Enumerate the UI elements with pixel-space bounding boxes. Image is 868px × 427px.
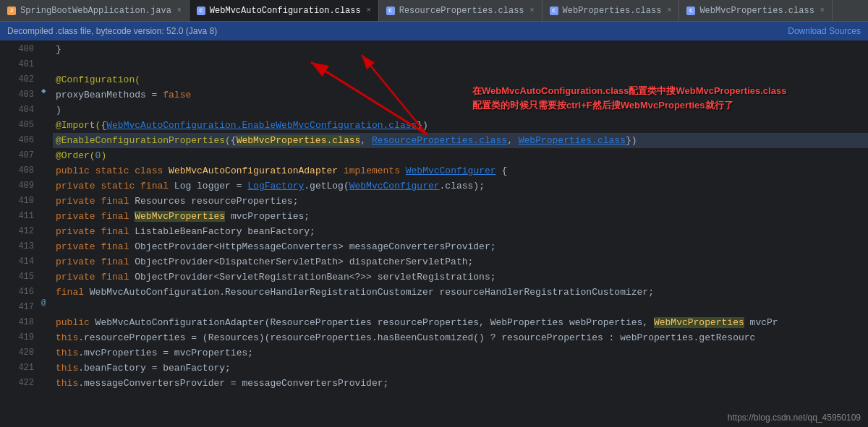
code-line-420: this.mvcProperties = mvcProperties; (53, 345, 868, 361)
tab-resource[interactable]: C ResourceProperties.class × (379, 0, 542, 21)
tab-webprops[interactable]: C WebProperties.class × (542, 0, 680, 21)
code-line-401 (53, 57, 868, 72)
gutter: ◆ @ (40, 40, 53, 427)
close-icon[interactable]: × (367, 7, 371, 14)
code-line-416: final WebMvcAutoConfiguration.ResourceHa… (53, 285, 868, 300)
code-line-400: } (53, 42, 868, 57)
tab-webmvc[interactable]: C WebMvcAutoConfiguration.class × (190, 0, 379, 21)
class-file-icon: C (686, 7, 695, 15)
code-line-410: private final Resources resourceProperti… (53, 194, 868, 209)
code-line-412: private final ListableBeanFactory beanFa… (53, 224, 868, 239)
tab-bar: J SpringBootWebApplication.java × C WebM… (0, 0, 868, 22)
close-icon[interactable]: × (177, 7, 182, 14)
class-file-icon: C (197, 7, 205, 15)
code-line-417 (53, 300, 868, 315)
java-file-icon: J (7, 7, 16, 15)
code-line-405: @Import({WebMvcAutoConfiguration.EnableW… (53, 118, 868, 133)
close-icon[interactable]: × (530, 7, 535, 14)
close-icon[interactable]: × (820, 7, 825, 14)
code-line-422: this.messageConvertersProvider = message… (53, 376, 868, 391)
gutter-marker-2: @ (41, 298, 46, 307)
tab-label: SpringBootWebApplication.java (20, 6, 171, 16)
class-file-icon: C (550, 7, 558, 15)
decompile-info: Decompiled .class file, bytecode version… (7, 26, 217, 36)
code-line-406: @EnableConfigurationProperties({WebMvcPr… (53, 133, 868, 148)
code-content: } @Configuration( proxyBeanMethods = fal… (53, 40, 868, 427)
code-line-421: this.beanFactory = beanFactory; (53, 361, 868, 376)
code-area: 400 401 402 403 404 405 406 407 408 409 … (0, 40, 868, 427)
tab-label: WebMvcProperties.class (699, 6, 814, 16)
tab-webmvcprops[interactable]: C WebMvcProperties.class × (679, 0, 832, 21)
code-line-407: @Order(0) (53, 148, 868, 163)
close-icon[interactable]: × (667, 7, 671, 14)
code-line-409: private static final Log logger = LogFac… (53, 178, 868, 194)
tab-springboot[interactable]: J SpringBootWebApplication.java × (0, 0, 190, 21)
tab-label: WebMvcAutoConfiguration.class (210, 6, 361, 16)
code-line-413: private final ObjectProvider<HttpMessage… (53, 239, 868, 254)
gutter-marker: ◆ (41, 86, 46, 95)
tab-label: WebProperties.class (563, 6, 662, 16)
code-line-414: private final ObjectProvider<DispatcherS… (53, 254, 868, 269)
info-bar: Decompiled .class file, bytecode version… (0, 22, 868, 40)
code-line-415: private final ObjectProvider<ServletRegi… (53, 269, 868, 285)
code-line-408: public static class WebMvcAutoConfigurat… (53, 163, 868, 178)
code-line-404: ) (53, 103, 868, 118)
class-file-icon: C (386, 7, 395, 15)
tab-label: ResourceProperties.class (399, 6, 524, 16)
code-line-419: this.resourceProperties = (Resources)(re… (53, 330, 868, 345)
code-line-402: @Configuration( (53, 72, 868, 87)
download-sources-link[interactable]: Download Sources (788, 26, 861, 36)
line-numbers: 400 401 402 403 404 405 406 407 408 409 … (0, 40, 40, 427)
code-line-418: public WebMvcAutoConfigurationAdapter(Re… (53, 315, 868, 330)
code-line-403: proxyBeanMethods = false (53, 87, 868, 103)
code-line-411: private final WebMvcProperties mvcProper… (53, 209, 868, 224)
